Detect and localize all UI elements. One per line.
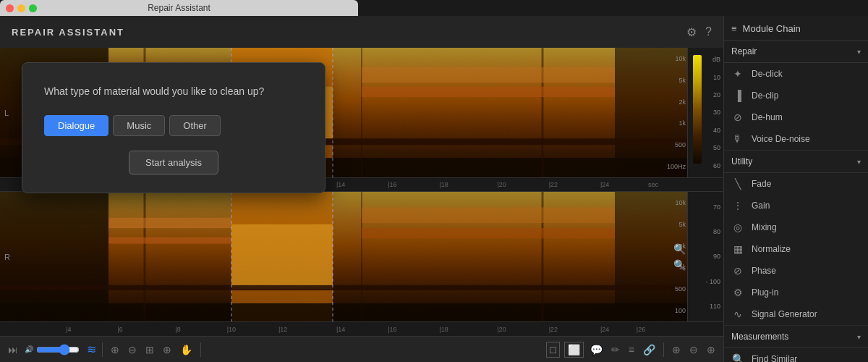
fade-icon: ╲ bbox=[731, 178, 744, 190]
dialogue-button[interactable]: Dialogue bbox=[44, 115, 109, 136]
rect-select-icon[interactable]: ⬜ bbox=[564, 342, 584, 358]
minimize-button[interactable] bbox=[17, 4, 25, 12]
fade-label: Fade bbox=[752, 179, 771, 189]
maximize-button[interactable] bbox=[29, 4, 37, 12]
zoom-out-h-icon[interactable]: ⊖ bbox=[126, 342, 139, 358]
channel-label-left: L bbox=[4, 109, 9, 117]
zoom-sel-icon[interactable]: ⊕ bbox=[161, 342, 174, 358]
db-scale-bottom: 70 80 90 - 100 110 bbox=[687, 192, 723, 321]
declick-item[interactable]: ✦ De-click bbox=[724, 63, 868, 85]
toolbar-divider-2 bbox=[200, 342, 201, 357]
dehum-label: De-hum bbox=[752, 112, 783, 122]
module-chain-icon: ≡ bbox=[731, 23, 737, 34]
pencil-icon[interactable]: ✏ bbox=[609, 342, 622, 358]
selection-icon[interactable]: □ bbox=[546, 342, 559, 358]
plugin-label: Plug-in bbox=[752, 287, 778, 298]
declick-icon: ✦ bbox=[731, 68, 744, 80]
mixing-label: Mixing bbox=[752, 222, 777, 232]
module-chain-title: Module Chain bbox=[743, 23, 801, 34]
normalize-item[interactable]: ▦ Normalize bbox=[724, 238, 868, 260]
plugin-item[interactable]: ⚙ Plug-in bbox=[724, 282, 868, 303]
dialog-buttons: Dialogue Music Other bbox=[44, 115, 303, 136]
repair-section-title: Repair bbox=[731, 46, 757, 56]
spectrogram-bottom: R bbox=[0, 192, 723, 321]
voice-denoise-item[interactable]: 🎙 Voice De-noise bbox=[724, 128, 868, 150]
voice-denoise-label: Voice De-noise bbox=[752, 134, 810, 144]
signal-gen-label: Signal Generator bbox=[752, 309, 817, 319]
declick-label: De-click bbox=[752, 69, 783, 79]
dialog-question: What type of material would you like to … bbox=[44, 85, 303, 99]
measurements-section-header[interactable]: Measurements ▾ bbox=[724, 326, 868, 348]
phase-icon: ⊘ bbox=[731, 265, 744, 277]
pan-icon[interactable]: ✋ bbox=[178, 342, 195, 358]
normalize-icon: ▦ bbox=[731, 243, 744, 255]
phase-label: Phase bbox=[752, 266, 776, 276]
volume-slider[interactable] bbox=[36, 344, 80, 355]
fade-item[interactable]: ╲ Fade bbox=[724, 173, 868, 195]
settings-icon[interactable]: ⚙ bbox=[686, 25, 697, 39]
eq-icon[interactable]: ≡ bbox=[626, 342, 637, 358]
zoom-out-icon[interactable]: 🔍 bbox=[673, 259, 686, 271]
zoom-in-icon[interactable]: 🔍 bbox=[673, 243, 686, 255]
channel-label-right: R bbox=[4, 253, 10, 261]
zoom-out-toolbar-icon[interactable]: ⊖ bbox=[687, 342, 700, 358]
spectrogram-svg-bottom bbox=[0, 192, 723, 321]
waveform-icon[interactable]: ≋ bbox=[87, 342, 96, 356]
db-label: dB bbox=[712, 56, 720, 63]
utility-section: Utility ▾ ╲ Fade ⋮ Gain ◎ Mixing ▦ Norma… bbox=[724, 151, 868, 326]
title-bar: Repair Assistant bbox=[0, 0, 358, 16]
utility-section-title: Utility bbox=[731, 156, 752, 167]
signal-gen-icon: ∿ bbox=[731, 308, 744, 320]
volume-icon: 🔊 bbox=[25, 345, 33, 353]
module-chain-header: ≡ Module Chain bbox=[724, 16, 868, 41]
link-icon[interactable]: 🔗 bbox=[641, 342, 658, 358]
zoom-fit-icon[interactable]: ⊞ bbox=[143, 342, 156, 358]
toolbar-divider-3 bbox=[663, 342, 664, 357]
find-similar-icon: 🔍 bbox=[731, 353, 744, 362]
help-icon[interactable]: ? bbox=[705, 25, 712, 39]
app-title: REPAIR ASSISTANT bbox=[12, 27, 124, 38]
bottom-toolbar: ⏭ 🔊 ≋ ⊕ ⊖ ⊞ ⊕ ✋ □ ⬜ 💬 ✏ ≡ 🔗 ⊕ ⊖ ⊕ bbox=[0, 336, 723, 362]
freq-labels-top: 10k 5k 2k 1k 500 100Hz bbox=[660, 48, 686, 177]
close-button[interactable] bbox=[6, 4, 14, 12]
gain-label: Gain bbox=[752, 201, 770, 211]
utility-section-header[interactable]: Utility ▾ bbox=[724, 151, 868, 173]
mixing-icon: ◎ bbox=[731, 222, 744, 233]
window-title: Repair Assistant bbox=[148, 3, 210, 13]
app-header: REPAIR ASSISTANT ⚙ ? bbox=[0, 16, 723, 48]
repair-section-header[interactable]: Repair ▾ bbox=[724, 41, 868, 63]
find-similar-label: Find Similar bbox=[752, 354, 797, 362]
normalize-label: Normalize bbox=[752, 244, 791, 254]
gain-item[interactable]: ⋮ Gain bbox=[724, 195, 868, 216]
zoom-controls: 🔍 🔍 bbox=[673, 243, 686, 271]
svg-rect-36 bbox=[0, 192, 723, 321]
utility-chevron: ▾ bbox=[857, 158, 861, 166]
zoom-reset-icon[interactable]: ⊕ bbox=[705, 342, 718, 358]
music-button[interactable]: Music bbox=[113, 115, 165, 136]
window-controls[interactable] bbox=[6, 4, 37, 12]
play-icon[interactable]: ⏭ bbox=[6, 342, 20, 358]
signal-gen-item[interactable]: ∿ Signal Generator bbox=[724, 303, 868, 325]
header-icons: ⚙ ? bbox=[686, 25, 712, 39]
db-scale-top: dB 10 20 30 40 50 60 bbox=[687, 48, 723, 177]
right-panel: ≡ Module Chain Repair ▾ ✦ De-click ▐ De-… bbox=[723, 16, 868, 362]
start-analysis-button[interactable]: Start analysis bbox=[129, 151, 218, 174]
zoom-in-h-icon[interactable]: ⊕ bbox=[109, 342, 122, 358]
time-ruler-bottom: |4 |6 |8 |10 |12 |14 |16 |18 |20 |22 |24… bbox=[0, 321, 723, 336]
mixing-item[interactable]: ◎ Mixing bbox=[724, 216, 868, 238]
declip-item[interactable]: ▐ De-clip bbox=[724, 85, 868, 106]
lasso-icon[interactable]: 💬 bbox=[588, 342, 605, 358]
declip-label: De-clip bbox=[752, 90, 778, 101]
measurements-section: Measurements ▾ 🔍 Find Similar bbox=[724, 326, 868, 362]
volume-control: 🔊 bbox=[25, 344, 82, 355]
declip-icon: ▐ bbox=[731, 90, 744, 101]
repair-section: Repair ▾ ✦ De-click ▐ De-clip ⊘ De-hum 🎙… bbox=[724, 41, 868, 151]
material-type-dialog: What type of material would you like to … bbox=[22, 62, 326, 193]
find-similar-item[interactable]: 🔍 Find Similar bbox=[724, 348, 868, 362]
toolbar-divider-1 bbox=[102, 342, 103, 357]
dehum-item[interactable]: ⊘ De-hum bbox=[724, 106, 868, 128]
other-button[interactable]: Other bbox=[169, 115, 221, 136]
plugin-icon: ⚙ bbox=[731, 287, 744, 298]
phase-item[interactable]: ⊘ Phase bbox=[724, 260, 868, 282]
zoom-in-toolbar-icon[interactable]: ⊕ bbox=[670, 342, 683, 358]
